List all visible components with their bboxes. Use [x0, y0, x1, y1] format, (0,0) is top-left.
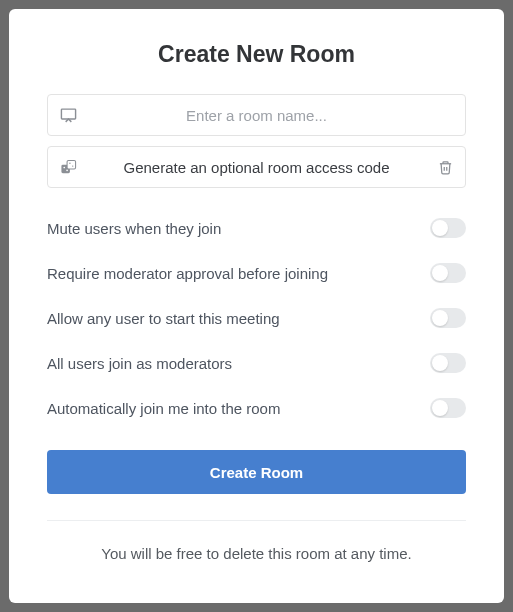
option-mute-users: Mute users when they join [47, 218, 466, 238]
create-room-button[interactable]: Create Room [47, 450, 466, 494]
trash-icon[interactable] [425, 160, 465, 175]
svg-point-3 [63, 166, 65, 168]
create-room-modal: Create New Room Generate an optional roo… [9, 9, 504, 603]
option-label: Mute users when they join [47, 220, 221, 237]
toggle-auto-join[interactable] [430, 398, 466, 418]
access-code-row: Generate an optional room access code [47, 146, 466, 188]
presentation-icon [48, 107, 88, 124]
option-join-as-moderators: All users join as moderators [47, 353, 466, 373]
toggle-join-as-moderators[interactable] [430, 353, 466, 373]
room-name-row [47, 94, 466, 136]
toggle-any-user-start[interactable] [430, 308, 466, 328]
option-any-user-start: Allow any user to start this meeting [47, 308, 466, 328]
option-moderator-approval: Require moderator approval before joinin… [47, 263, 466, 283]
dice-icon[interactable] [48, 159, 88, 176]
svg-point-6 [72, 165, 73, 166]
footer-text: You will be free to delete this room at … [47, 545, 466, 562]
modal-title: Create New Room [47, 41, 466, 68]
options-list: Mute users when they join Require modera… [47, 218, 466, 418]
option-auto-join: Automatically join me into the room [47, 398, 466, 418]
option-label: All users join as moderators [47, 355, 232, 372]
option-label: Require moderator approval before joinin… [47, 265, 328, 282]
divider [47, 520, 466, 521]
svg-rect-2 [67, 160, 76, 169]
svg-point-4 [66, 169, 68, 171]
toggle-moderator-approval[interactable] [430, 263, 466, 283]
room-name-input[interactable] [88, 95, 425, 135]
option-label: Automatically join me into the room [47, 400, 280, 417]
svg-rect-0 [61, 109, 75, 119]
option-label: Allow any user to start this meeting [47, 310, 280, 327]
svg-point-5 [69, 162, 70, 163]
generate-access-code[interactable]: Generate an optional room access code [88, 159, 425, 176]
toggle-mute-users[interactable] [430, 218, 466, 238]
